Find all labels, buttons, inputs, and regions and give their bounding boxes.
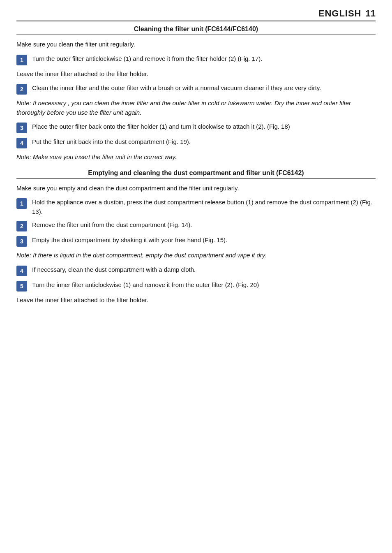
s2-step-badge-3: 3: [16, 236, 27, 247]
section2-title: Emptying and cleaning the dust compartme…: [16, 169, 376, 177]
section1-step3: 3 Place the outer filter back onto the f…: [16, 122, 376, 133]
section-filter-unit: Cleaning the filter unit (FC6144/FC6140)…: [16, 25, 376, 162]
s2-step-badge-1: 1: [16, 198, 27, 209]
section-dust-compartment: Emptying and cleaning the dust compartme…: [16, 169, 376, 305]
section1-intro: Make sure you clean the filter unit regu…: [16, 40, 376, 49]
section2-note1: Note: If there is liquid in the dust com…: [16, 251, 376, 260]
section1-note1: Note: If necessary , you can clean the i…: [16, 99, 376, 117]
step4-text: Put the filter unit back into the dust c…: [32, 137, 376, 147]
step-badge-1: 1: [16, 55, 27, 65]
section2-step1: 1 Hold the appliance over a dustbin, pre…: [16, 198, 376, 216]
section1-title: Cleaning the filter unit (FC6144/FC6140): [16, 25, 376, 33]
section1-note2: Note: Make sure you insert the filter un…: [16, 153, 376, 162]
section2-sub-note1: Leave the inner filter attached to the f…: [16, 296, 376, 305]
step-badge-3: 3: [16, 123, 27, 133]
section2-step5: 5 Turn the inner filter anticlockwise (1…: [16, 280, 376, 292]
s2-step5-text: Turn the inner filter anticlockwise (1) …: [32, 280, 376, 290]
s2-step3-text: Empty the dust compartment by shaking it…: [32, 236, 376, 245]
step2-text: Clean the inner filter and the outer fil…: [32, 83, 376, 93]
section1-step1: 1 Turn the outer filter anticlockwise (1…: [16, 54, 376, 65]
section1-step2: 2 Clean the inner filter and the outer f…: [16, 83, 376, 95]
page-header: ENGLISH 11: [16, 8, 376, 21]
section1-divider: [16, 35, 376, 35]
section1-sub-note1: Leave the inner filter attached to the f…: [16, 69, 376, 79]
step1-text: Turn the outer filter anticlockwise (1) …: [32, 54, 376, 64]
language-label: ENGLISH: [318, 8, 362, 19]
page-number: 11: [366, 8, 376, 19]
step-badge-4: 4: [16, 138, 27, 148]
section2-divider: [16, 178, 376, 179]
section2-step2: 2 Remove the filter unit from the dust c…: [16, 220, 376, 231]
section1-step4: 4 Put the filter unit back into the dust…: [16, 137, 376, 148]
step3-text: Place the outer filter back onto the fil…: [32, 122, 376, 132]
section2-step3: 3 Empty the dust compartment by shaking …: [16, 236, 376, 247]
s2-step-badge-5: 5: [16, 281, 27, 292]
s2-step2-text: Remove the filter unit from the dust com…: [32, 220, 376, 230]
s2-step1-text: Hold the appliance over a dustbin, press…: [32, 198, 376, 216]
section2-intro: Make sure you empty and clean the dust c…: [16, 184, 376, 193]
s2-step-badge-4: 4: [16, 266, 27, 276]
s2-step4-text: If necessary, clean the dust compartment…: [32, 265, 376, 275]
step-badge-2: 2: [16, 84, 27, 95]
s2-step-badge-2: 2: [16, 221, 27, 231]
section2-step4: 4 If necessary, clean the dust compartme…: [16, 265, 376, 276]
